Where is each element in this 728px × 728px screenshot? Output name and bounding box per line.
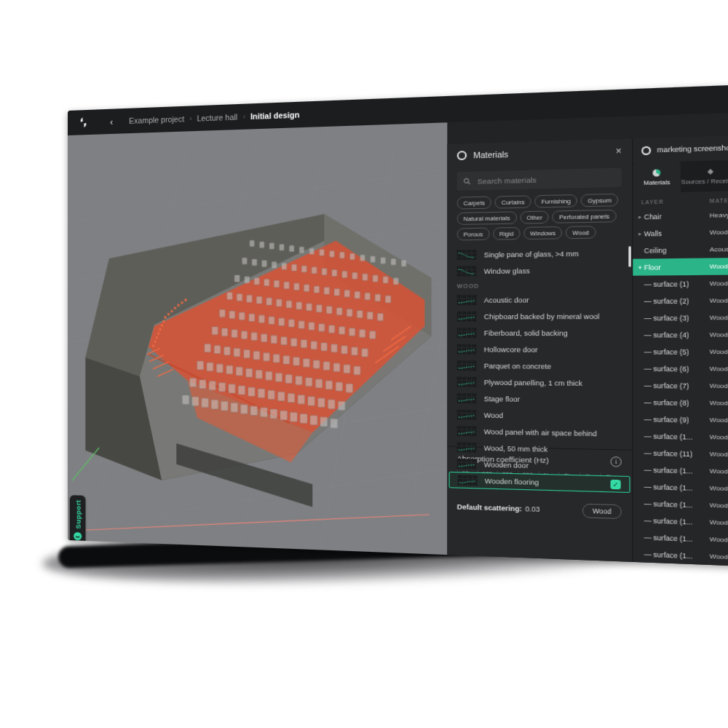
material-list-item[interactable]: Plywood panelling, 1 cm thick ✓ xyxy=(447,373,632,392)
table-row[interactable]: ▸ Walls Wood, 50 mm thick 0.04 xyxy=(633,223,728,242)
search-input[interactable] xyxy=(475,173,604,186)
layer-material[interactable]: Wooden flooring xyxy=(710,280,728,287)
table-row[interactable]: — surface (1) Wooden flooring 0.03 xyxy=(633,274,728,293)
support-button[interactable]: Support xyxy=(70,495,86,548)
layer-material[interactable]: Wooden flooring xyxy=(710,348,728,355)
layer-material[interactable]: Wooden flooring xyxy=(710,297,728,304)
material-list-item[interactable]: Parquet on concrete ✓ xyxy=(447,357,632,375)
category-chip[interactable]: Curtains xyxy=(495,195,531,208)
table-row[interactable]: — surface (1... Wooden flooring 0.03 xyxy=(633,545,728,568)
table-row[interactable]: — surface (6) Wooden flooring 0.03 xyxy=(633,360,728,378)
category-button[interactable]: Wood xyxy=(582,504,622,519)
material-list-scrollbar[interactable] xyxy=(628,245,631,446)
absorption-curve-thumbnail xyxy=(457,410,477,420)
category-chip[interactable]: Other xyxy=(520,210,549,223)
layer-material[interactable]: Wooden flooring xyxy=(710,416,728,424)
layer-name: — surface (1... xyxy=(644,466,710,475)
absorption-curve-thumbnail xyxy=(457,312,477,322)
close-icon[interactable]: × xyxy=(616,146,622,157)
layers-panel-header: marketing screenshots ∨ ⋮ xyxy=(633,134,728,163)
material-list-item[interactable]: Acoustic door ✓ xyxy=(447,291,632,309)
layer-material[interactable]: Wooden flooring xyxy=(710,314,728,321)
material-list-item[interactable]: Hollowcore door ✓ xyxy=(447,341,632,358)
layer-name: Chair xyxy=(644,211,710,221)
material-list-item[interactable]: Fiberboard, solid backing ✓ xyxy=(447,325,632,341)
table-row[interactable]: ▸ Chair Heavy carpet on foam ... 0.2 xyxy=(633,205,728,225)
layer-material[interactable]: Wooden flooring xyxy=(710,331,728,339)
category-chip[interactable]: Rigid xyxy=(493,227,521,240)
layer-material[interactable]: Wooden flooring xyxy=(710,382,728,390)
material-list-item[interactable]: Single pane of glass, >4 mm ✓ xyxy=(447,245,632,264)
search-icon xyxy=(464,178,471,185)
layer-material[interactable]: Wooden flooring xyxy=(710,536,728,545)
back-button[interactable]: ‹ xyxy=(110,116,113,126)
breadcrumb-space[interactable]: Lecture hall xyxy=(197,112,237,122)
layer-material[interactable]: Wooden flooring xyxy=(710,365,728,373)
material-list-item[interactable]: Chipboard backed by mineral wool ✓ xyxy=(447,308,632,325)
layer-material[interactable]: Wooden flooring xyxy=(710,502,728,510)
tab-sources-receivers[interactable]: ◆ Sources / Receivers xyxy=(681,160,728,192)
table-row[interactable]: Ceiling Acoustic ceiling (glass... 0.05 xyxy=(633,240,728,259)
materials-panel: Materials × CarpetsCurtainsFurnishingGyp… xyxy=(447,138,633,561)
materials-panel-title: Materials xyxy=(473,146,615,160)
material-list: Single pane of glass, >4 mm ✓ xyxy=(447,245,632,446)
layer-material[interactable]: Wooden flooring xyxy=(710,485,728,493)
layer-name: — surface (5) xyxy=(644,347,710,355)
breadcrumb-separator: › xyxy=(189,115,191,122)
category-chip[interactable]: Gypsum xyxy=(581,194,618,207)
absorption-curve-thumbnail xyxy=(457,377,477,387)
layer-name: — surface (9) xyxy=(644,415,710,424)
absorption-curve-thumbnail xyxy=(457,250,477,260)
layer-material[interactable]: Wooden flooring xyxy=(710,451,728,459)
category-chip[interactable]: Windows xyxy=(523,226,562,240)
breadcrumb-project[interactable]: Example project xyxy=(129,114,184,125)
table-row[interactable]: — surface (7) Wooden flooring 0.03 xyxy=(633,376,728,395)
layer-material[interactable]: Wooden flooring xyxy=(710,518,728,527)
tab-label: Materials xyxy=(644,178,670,186)
table-row[interactable]: ▾ Floor Wooden flooring 0.03 xyxy=(633,257,728,275)
layer-name: Walls xyxy=(644,229,710,237)
absorption-curve-thumbnail xyxy=(457,360,477,371)
layer-material[interactable]: Heavy carpet on foam ... xyxy=(710,211,728,219)
layer-material[interactable]: Wooden flooring xyxy=(710,263,728,271)
layer-material[interactable]: Wooden flooring xyxy=(710,553,728,561)
category-chip[interactable]: Natural materials xyxy=(457,211,517,225)
category-chip[interactable]: Furnishing xyxy=(534,194,577,208)
row-expand-chevron[interactable]: ▸ xyxy=(636,230,644,237)
layer-material[interactable]: Wood, 50 mm thick xyxy=(710,228,728,236)
table-row[interactable]: — surface (2) Wooden flooring 0.03 xyxy=(633,292,728,309)
material-list-item[interactable]: Window glass ✓ xyxy=(447,261,632,280)
sources-receivers-icon: ◆ xyxy=(708,167,713,175)
check-icon[interactable]: ✓ xyxy=(611,479,621,489)
material-name: Single pane of glass, >4 mm xyxy=(484,249,622,258)
layer-name: — surface (1... xyxy=(644,483,710,492)
layer-material[interactable]: Wooden flooring xyxy=(710,433,728,441)
layer-name: Floor xyxy=(644,263,710,272)
category-chip[interactable]: Porous xyxy=(457,228,490,241)
table-row[interactable]: — surface (4) Wooden flooring 0.03 xyxy=(633,326,728,344)
3d-viewport[interactable]: Support xyxy=(68,122,447,555)
layer-material[interactable]: Acoustic ceiling (glass... xyxy=(710,245,728,253)
absorption-curve-thumbnail xyxy=(458,475,478,486)
category-chip[interactable]: Perforated panels xyxy=(553,210,617,223)
layer-name: — surface (11) xyxy=(644,448,710,458)
project-name[interactable]: marketing screenshots xyxy=(657,143,728,154)
row-expand-chevron[interactable]: ▾ xyxy=(636,264,644,271)
material-search[interactable] xyxy=(457,167,622,190)
layer-material[interactable]: Wooden flooring xyxy=(710,467,728,475)
table-row[interactable]: — surface (5) Wooden flooring 0.03 xyxy=(633,343,728,360)
table-row[interactable]: — surface (3) Wooden flooring 0.03 xyxy=(633,309,728,326)
default-scattering-label: Default scattering: xyxy=(457,503,522,513)
materials-panel-icon xyxy=(457,151,467,160)
row-expand-chevron[interactable]: ▸ xyxy=(636,213,644,220)
breadcrumb: Example project › Lecture hall › Initial… xyxy=(129,110,299,125)
table-row[interactable]: — surface (8) Wooden flooring 0.03 xyxy=(633,394,728,413)
category-chip[interactable]: Wood xyxy=(566,226,596,239)
absorption-curve-thumbnail xyxy=(457,328,477,338)
layer-material[interactable]: Wooden flooring xyxy=(710,399,728,407)
material-name: Wood, 50 mm thick xyxy=(484,444,622,455)
material-name: Wood xyxy=(484,411,622,422)
material-name: Fiberboard, solid backing xyxy=(484,329,622,337)
category-chip[interactable]: Carpets xyxy=(457,196,491,209)
tab-materials[interactable]: Materials xyxy=(633,162,681,194)
